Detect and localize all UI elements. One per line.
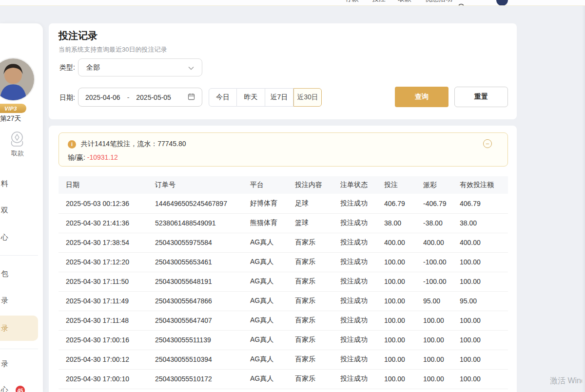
collapse-icon[interactable]: − (483, 139, 492, 148)
top-nav-deposit[interactable]: 存款 (345, 0, 359, 3)
sidebar-divider (0, 349, 38, 349)
cell-order: 250430055647407 (155, 311, 250, 330)
cell-date: 2025-04-30 17:00:12 (58, 350, 155, 369)
column-header: 订单号 (155, 176, 250, 194)
type-label: 类型: (59, 63, 75, 72)
withdraw-label[interactable]: 取款 (0, 149, 35, 158)
top-nav-promotions[interactable]: 优惠活动 (425, 0, 452, 3)
column-header: 平台 (250, 176, 295, 194)
sidebar-item[interactable]: 包 (1, 269, 8, 279)
table-row[interactable]: 2025-04-30 17:11:49250430055647866AG真人百家… (58, 291, 508, 311)
top-nav-withdraw[interactable]: 取款 (398, 0, 411, 3)
page-subtitle: 当前系统支持查询最近30日的投注记录 (58, 45, 167, 54)
quick-range-button[interactable]: 昨天 (237, 88, 265, 107)
table-row[interactable]: 2025-05-03 00:12:361446496505245467897好博… (58, 194, 508, 213)
cell-valid: 100.00 (460, 252, 508, 272)
reset-button[interactable]: 重置 (454, 87, 508, 107)
records-panel: i 共计1414笔投注，流水：77745.80 输/赢:-10931.12 − … (49, 126, 517, 392)
cell-status: 投注成功 (340, 252, 384, 272)
filter-panel: 投注记录 当前系统支持查询最近30日的投注记录 类型: 全部 日期: 2025-… (49, 23, 517, 119)
type-select-value: 全部 (86, 63, 100, 72)
type-select[interactable]: 全部 (78, 58, 202, 76)
search-icon[interactable] (457, 3, 466, 6)
table-row[interactable]: 2025-04-30 17:00:10250430055510172AG真人百家… (58, 369, 508, 389)
sidebar-item[interactable]: 录 (1, 296, 8, 305)
cell-bet: 406.79 (384, 194, 423, 213)
table-row[interactable]: 2025-04-30 17:38:54250430055975584AG真人百家… (58, 233, 508, 252)
quick-range-button[interactable]: 今日 (209, 88, 237, 107)
date-label: 日期: (59, 93, 75, 102)
cell-status: 投注成功 (340, 272, 384, 291)
cell-payout: -38.00 (423, 213, 460, 233)
table-row[interactable]: 2025-04-30 21:41:365238061488549091熊猫体育篮… (58, 213, 508, 233)
table-row[interactable]: 2025-04-30 17:12:20250430055653461AG真人百家… (58, 252, 508, 272)
sidebar-item[interactable]: 心 (1, 233, 8, 242)
cell-payout: -406.79 (423, 194, 460, 213)
cell-platform: AG真人 (250, 350, 295, 369)
info-icon: i (68, 140, 76, 149)
cell-status: 投注成功 (340, 330, 384, 350)
sidebar-item[interactable]: 双 (1, 206, 8, 215)
cell-date: 2025-04-30 17:11:48 (58, 311, 155, 330)
cell-platform: AG真人 (250, 252, 295, 272)
user-sidebar: VIP3 第27天 取款 料双心包录录录心 45 (0, 23, 43, 392)
cell-platform: AG真人 (250, 330, 295, 350)
quick-range-button[interactable]: 近7日 (265, 88, 293, 107)
table-header-row: 日期订单号平台投注内容注单状态投注派彩有效投注额 (58, 176, 508, 194)
sidebar-item[interactable]: 录 (1, 359, 8, 369)
cell-bet: 38.00 (384, 213, 423, 233)
cell-status: 投注成功 (340, 350, 384, 369)
cell-date: 2025-04-30 17:11:50 (58, 272, 155, 291)
cell-date: 2025-04-30 17:12:20 (58, 252, 155, 272)
cell-valid: 406.79 (460, 194, 508, 213)
cell-payout: 400.00 (423, 233, 460, 252)
table-row[interactable]: 2025-04-30 17:11:50250430055648191AG真人百家… (58, 272, 508, 291)
cell-content: 百家乐 (295, 311, 340, 330)
quick-range-button[interactable]: 近30日 (293, 88, 322, 107)
cell-order: 250430055648191 (155, 272, 250, 291)
top-nav-bet[interactable]: 投注 (372, 0, 386, 3)
cell-payout: -100.00 (423, 252, 460, 272)
cell-content: 百家乐 (295, 291, 340, 311)
cell-payout: 100.00 (423, 311, 460, 330)
top-navigation-bar: 存款 投注 取款 优惠活动 (0, 0, 585, 6)
column-header: 日期 (58, 176, 155, 194)
cell-status: 投注成功 (340, 233, 384, 252)
table-row[interactable]: 2025-04-30 17:11:48250430055647407AG真人百家… (58, 311, 508, 330)
cell-platform: 熊猫体育 (250, 213, 295, 233)
cell-bet: 400.00 (384, 233, 423, 252)
search-button[interactable]: 查询 (395, 87, 448, 107)
cell-valid: 100.00 (460, 311, 508, 330)
column-header: 投注 (384, 176, 423, 194)
cell-date: 2025-04-30 17:00:16 (58, 330, 155, 350)
quick-range-group: 今日昨天近7日近30日 (209, 88, 322, 107)
cell-date: 2025-04-30 17:11:49 (58, 291, 155, 311)
cell-order: 250430055653461 (155, 252, 250, 272)
sidebar-item[interactable]: 录 (1, 324, 8, 333)
cell-order: 250430055510394 (155, 350, 250, 369)
chevron-down-icon (188, 64, 194, 72)
column-header: 有效投注额 (460, 176, 508, 194)
cell-bet: 100.00 (384, 252, 423, 272)
cell-platform: 好博体育 (250, 194, 295, 213)
cell-payout: 100.00 (423, 330, 460, 350)
cell-valid: 38.00 (460, 213, 508, 233)
vip-day-count: 第27天 (0, 114, 21, 123)
cell-content: 足球 (295, 194, 340, 213)
user-avatar[interactable] (0, 57, 35, 101)
cell-payout: 100.00 (423, 350, 460, 369)
cell-platform: AG真人 (250, 369, 295, 389)
date-to-value: 2025-05-05 (136, 93, 171, 101)
table-row[interactable]: 2025-04-30 17:00:12250430055510394AG真人百家… (58, 350, 508, 369)
table-row[interactable]: 2025-04-30 17:00:16250430055511139AG真人百家… (58, 330, 508, 350)
cell-bet: 100.00 (384, 311, 423, 330)
cell-bet: 100.00 (384, 350, 423, 369)
cell-valid: 100.00 (460, 272, 508, 291)
withdraw-icon[interactable] (8, 131, 26, 148)
page-title: 投注记录 (58, 29, 98, 42)
sidebar-item[interactable]: 心 (1, 385, 8, 392)
sidebar-item[interactable]: 料 (1, 179, 8, 188)
cell-platform: AG真人 (250, 291, 295, 311)
cell-status: 投注成功 (340, 369, 384, 389)
date-range-picker[interactable]: 2025-04-06 - 2025-05-05 (78, 88, 202, 107)
